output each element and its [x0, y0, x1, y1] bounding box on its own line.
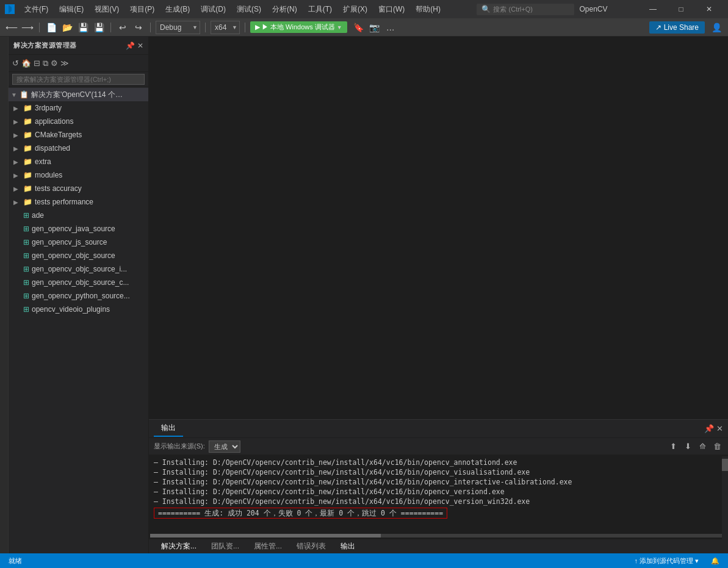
tree-item-gen-objc[interactable]: ▶ ⊞ gen_opencv_objc_source — [9, 249, 148, 262]
tree-item-dispatched[interactable]: ▶ 📁 dispatched — [9, 142, 148, 155]
refresh-icon[interactable]: ↺ — [12, 59, 19, 68]
bottom-tab-errorlist[interactable]: 错误列表 — [289, 539, 333, 554]
output-btn-1[interactable]: ⬆ — [667, 440, 679, 453]
tree-item-applications[interactable]: ▶ 📁 applications — [9, 115, 148, 128]
tree-item-extra[interactable]: ▶ 📁 extra — [9, 155, 148, 168]
chevron-gen-objc-c: ▶ — [13, 279, 21, 286]
new-file-button[interactable]: 📄 — [45, 21, 58, 34]
output-btn-2[interactable]: ⬇ — [682, 440, 694, 453]
output-toolbar: 显示输出来源(S): 生成 ⬆ ⬇ ⟰ 🗑 — [149, 438, 728, 455]
maximize-button[interactable]: □ — [667, 0, 695, 18]
home-icon[interactable]: 🏠 — [21, 59, 31, 68]
menu-extensions[interactable]: 扩展(X) — [338, 2, 372, 17]
chevron-gen-python: ▶ — [13, 293, 21, 300]
settings-icon[interactable]: ⚙ — [51, 59, 58, 68]
tree-item-ade[interactable]: ▶ ⊞ ade — [9, 209, 148, 222]
title-bar: 文件(F) 编辑(E) 视图(V) 项目(P) 生成(B) 调试(D) 测试(S… — [0, 0, 728, 18]
output-content[interactable]: — Installing: D:/OpenCV/opencv/contrib_n… — [149, 455, 728, 533]
forward-button[interactable]: ⟶ — [21, 21, 34, 34]
add-to-source-control[interactable]: ↑ 添加到源代码管理 ▾ — [630, 555, 702, 567]
output-btn-3[interactable]: ⟰ — [696, 440, 708, 453]
collapse-icon[interactable]: ⧉ — [43, 59, 48, 68]
folder-tests-performance-icon: 📁 — [23, 198, 32, 206]
tree-item-tests-performance[interactable]: ▶ 📁 tests performance — [9, 195, 148, 209]
menu-help[interactable]: 帮助(H) — [411, 2, 445, 17]
close-output-icon[interactable]: ✕ — [716, 424, 723, 433]
camera-button[interactable]: 📷 — [368, 21, 381, 34]
tree-item-videoio-plugins[interactable]: ▶ ⊞ opencv_videoio_plugins — [9, 303, 148, 316]
notification-bell-icon[interactable]: 🔔 — [707, 556, 723, 566]
tree-item-gen-java[interactable]: ▶ ⊞ gen_opencv_java_source — [9, 222, 148, 235]
more-actions-icon[interactable]: ≫ — [60, 59, 69, 68]
toolbar-sep-4 — [205, 23, 206, 32]
tree-item-modules[interactable]: ▶ 📁 modules — [9, 168, 148, 182]
tree-item-gen-objc-c[interactable]: ▶ ⊞ gen_opencv_objc_source_c... — [9, 276, 148, 289]
platform-select[interactable]: x64 x86 — [211, 21, 240, 34]
output-line-1: — Installing: D:/OpenCV/opencv/contrib_n… — [154, 458, 723, 467]
menu-view[interactable]: 视图(V) — [90, 2, 124, 17]
chevron-applications: ▶ — [13, 118, 21, 125]
output-horizontal-scrollbar[interactable] — [149, 533, 728, 539]
redo-button[interactable]: ↪ — [132, 21, 145, 34]
save-all-button[interactable]: 💾 — [92, 21, 106, 34]
back-button[interactable]: ⟵ — [5, 21, 18, 34]
folder-applications-icon: 📁 — [23, 117, 32, 126]
menu-tools[interactable]: 工具(T) — [303, 2, 337, 17]
extra-button[interactable]: … — [384, 21, 397, 34]
pin-icon[interactable]: 📌 — [126, 41, 135, 50]
csproj-gen-js-icon: ⊞ — [23, 238, 29, 246]
bottom-tab-properties[interactable]: 属性管... — [247, 539, 289, 554]
close-button[interactable]: ✕ — [695, 0, 723, 18]
minimize-button[interactable]: — — [639, 0, 667, 18]
open-file-button[interactable]: 📂 — [60, 21, 74, 34]
run-label: ▶ 本地 Windows 调试器 — [262, 23, 335, 32]
hscroll-track — [150, 534, 727, 537]
pin-output-icon[interactable]: 📌 — [704, 424, 714, 433]
undo-button[interactable]: ↩ — [116, 21, 129, 34]
menu-file[interactable]: 文件(F) — [20, 2, 53, 17]
menu-analyze[interactable]: 分析(N) — [267, 2, 302, 17]
chevron-gen-java: ▶ — [13, 226, 21, 232]
folder-3rdparty-icon: 📁 — [23, 104, 32, 112]
titlebar-search[interactable]: 搜索 (Ctrl+Q) — [493, 5, 532, 14]
tab-output[interactable]: 输出 — [154, 420, 183, 437]
bottom-tab-output[interactable]: 输出 — [333, 539, 362, 555]
menu-project[interactable]: 项目(P) — [125, 2, 159, 17]
menu-test[interactable]: 测试(S) — [232, 2, 266, 17]
run-debugger-button[interactable]: ▶ ▶ 本地 Windows 调试器 ▼ — [250, 21, 347, 33]
user-icon[interactable]: 👤 — [710, 21, 723, 34]
bottom-tab-solution[interactable]: 解决方案... — [154, 539, 204, 555]
bottom-tab-team[interactable]: 团队资... — [204, 539, 247, 554]
debug-config-select[interactable]: Debug Release — [156, 21, 200, 34]
chevron-tests-accuracy: ▶ — [13, 185, 21, 192]
output-vertical-scrollbar[interactable] — [722, 456, 728, 547]
output-source-select[interactable]: 生成 — [209, 440, 240, 453]
menu-window[interactable]: 窗口(W) — [373, 2, 409, 17]
menu-debug[interactable]: 调试(D) — [196, 2, 231, 17]
status-ready[interactable]: 就绪 — [5, 555, 26, 567]
filter-icon[interactable]: ⊟ — [34, 59, 40, 68]
chevron-gen-objc: ▶ — [13, 253, 21, 259]
tree-item-cmaketargets[interactable]: ▶ 📁 CMakeTargets — [9, 128, 148, 142]
save-button[interactable]: 💾 — [76, 21, 90, 34]
output-line-3: — Installing: D:/OpenCV/opencv/contrib_n… — [154, 477, 723, 487]
title-bar-left: 文件(F) 编辑(E) 视图(V) 项目(P) 生成(B) 调试(D) 测试(S… — [5, 2, 445, 17]
live-share-button[interactable]: ↗ Live Share — [649, 21, 705, 34]
bookmark-button[interactable]: 🔖 — [352, 21, 366, 34]
menu-edit[interactable]: 编辑(E) — [54, 2, 88, 17]
menu-build[interactable]: 生成(B) — [160, 2, 195, 17]
menu-bar: 文件(F) 编辑(E) 视图(V) 项目(P) 生成(B) 调试(D) 测试(S… — [20, 2, 445, 17]
tree-label-dispatched: dispatched — [35, 144, 70, 153]
tree-item-gen-objc-i[interactable]: ▶ ⊞ gen_opencv_objc_source_i... — [9, 262, 148, 276]
tree-item-gen-js[interactable]: ▶ ⊞ gen_opencv_js_source — [9, 235, 148, 249]
output-btn-4[interactable]: 🗑 — [711, 440, 723, 453]
tree-item-tests-accuracy[interactable]: ▶ 📁 tests accuracy — [9, 182, 148, 195]
output-tabs: 输出 — [154, 420, 183, 437]
close-sidebar-icon[interactable]: ✕ — [137, 41, 143, 50]
output-toolbar-buttons: ⬆ ⬇ ⟰ 🗑 — [667, 440, 723, 453]
tree-item-gen-python[interactable]: ▶ ⊞ gen_opencv_python_source... — [9, 289, 148, 303]
chevron-cmaketargets: ▶ — [13, 132, 21, 138]
tree-item-3rdparty[interactable]: ▶ 📁 3rdparty — [9, 101, 148, 115]
solution-root[interactable]: ▼ 📋 解决方案'OpenCV'(114 个项目) — [9, 88, 148, 101]
sidebar-search-input[interactable] — [12, 74, 145, 85]
